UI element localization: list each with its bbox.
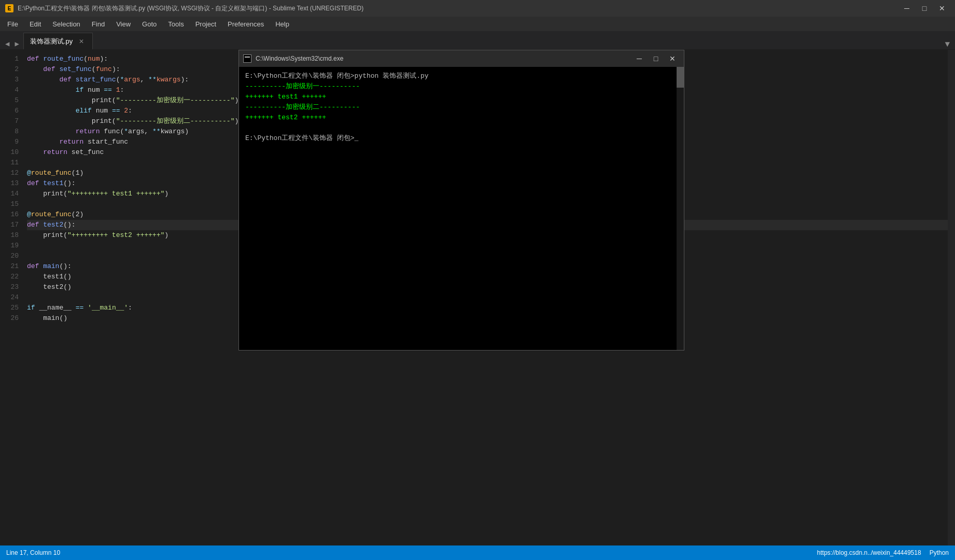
line-num-22: 22 — [0, 272, 19, 282]
cmd-titlebar: C:\Windows\System32\cmd.exe ─ □ ✕ — [239, 50, 684, 67]
menu-file[interactable]: File — [2, 18, 23, 30]
cmd-scrollbar-thumb — [677, 67, 684, 88]
title-controls: ─ □ ✕ — [899, 3, 950, 13]
menu-project[interactable]: Project — [190, 18, 221, 30]
line-num-7: 7 — [0, 116, 19, 127]
line-num-23: 23 — [0, 282, 19, 292]
line-num-16: 16 — [0, 209, 19, 220]
cmd-content: E:\Python工程文件\装饰器 闭包>python 装饰器测试.py ---… — [239, 67, 684, 350]
status-left: Line 17, Column 10 — [6, 549, 60, 556]
line-num-11: 11 — [0, 158, 19, 168]
cmd-close-button[interactable]: ✕ — [665, 53, 680, 64]
menu-view[interactable]: View — [111, 18, 136, 30]
title-bar-left: E E:\Python工程文件\装饰器 闭包\装饰器测试.py (WSGl协议,… — [5, 4, 363, 13]
line-num-25: 25 — [0, 303, 19, 313]
cmd-line-2: ----------加密级别一---------- — [245, 81, 678, 92]
maximize-button[interactable]: □ — [917, 3, 932, 13]
status-url: https://blog.csdn.n../weixin_44449518 — [817, 549, 921, 556]
line-num-2: 2 — [0, 64, 19, 75]
cmd-line-5: +++++++ test2 ++++++ — [245, 113, 678, 123]
title-bar: E E:\Python工程文件\装饰器 闭包\装饰器测试.py (WSGl协议,… — [0, 0, 955, 17]
status-bar: Line 17, Column 10 https://blog.csdn.n..… — [0, 545, 955, 560]
menu-selection[interactable]: Selection — [47, 18, 85, 30]
status-language: Python — [930, 549, 949, 556]
line-numbers: 1 2 3 4 5 6 7 8 9 10 11 12 13 14 15 16 1… — [0, 50, 23, 545]
editor-scrollbar[interactable] — [948, 50, 955, 545]
line-num-12: 12 — [0, 168, 19, 178]
cmd-line-1: E:\Python工程文件\装饰器 闭包>python 装饰器测试.py — [245, 71, 678, 81]
window-title: E:\Python工程文件\装饰器 闭包\装饰器测试.py (WSGl协议, W… — [18, 4, 363, 13]
tab-decorator-test[interactable]: 装饰器测试.py ✕ — [23, 33, 93, 49]
tab-dropdown-arrow[interactable]: ▼ — [940, 40, 954, 49]
tab-nav-forward[interactable]: ▶ — [12, 38, 21, 49]
cmd-maximize-button[interactable]: □ — [649, 53, 663, 64]
line-num-6: 6 — [0, 106, 19, 116]
menu-goto[interactable]: Goto — [137, 18, 162, 30]
line-num-5: 5 — [0, 95, 19, 106]
close-button[interactable]: ✕ — [934, 3, 950, 13]
line-num-18: 18 — [0, 230, 19, 241]
line-num-13: 13 — [0, 178, 19, 189]
line-num-14: 14 — [0, 189, 19, 199]
line-num-8: 8 — [0, 127, 19, 137]
app-icon: E — [5, 4, 13, 12]
menu-edit[interactable]: Edit — [24, 18, 46, 30]
menu-preferences[interactable]: Preferences — [222, 18, 269, 30]
menu-find[interactable]: Find — [87, 18, 110, 30]
minimize-button[interactable]: ─ — [899, 3, 915, 13]
cmd-title-text: C:\Windows\System32\cmd.exe — [256, 55, 628, 62]
line-num-1: 1 — [0, 54, 19, 64]
menu-tools[interactable]: Tools — [163, 18, 189, 30]
line-num-19: 19 — [0, 241, 19, 251]
tab-bar: ◀ ▶ 装饰器测试.py ✕ ▼ — [0, 31, 955, 50]
cmd-scrollbar[interactable] — [677, 67, 684, 350]
line-num-9: 9 — [0, 137, 19, 147]
tab-nav-buttons: ◀ ▶ — [1, 38, 23, 49]
cmd-line-6 — [245, 123, 678, 133]
line-num-20: 20 — [0, 251, 19, 261]
line-num-17: 17 — [0, 220, 19, 230]
line-num-24: 24 — [0, 292, 19, 303]
cmd-line-7: E:\Python工程文件\装饰器 闭包>_ — [245, 133, 678, 144]
line-num-26: 26 — [0, 313, 19, 324]
status-right: https://blog.csdn.n../weixin_44449518 Py… — [817, 549, 949, 556]
menu-bar: File Edit Selection Find View Goto Tools… — [0, 17, 955, 31]
menu-help[interactable]: Help — [270, 18, 294, 30]
cmd-line-3: +++++++ test1 ++++++ — [245, 92, 678, 102]
line-num-3: 3 — [0, 75, 19, 85]
status-position: Line 17, Column 10 — [6, 549, 60, 556]
line-num-15: 15 — [0, 199, 19, 209]
line-num-4: 4 — [0, 85, 19, 95]
line-num-21: 21 — [0, 261, 19, 272]
cmd-window: C:\Windows\System32\cmd.exe ─ □ ✕ E:\Pyt… — [238, 50, 684, 351]
tab-nav-back[interactable]: ◀ — [3, 38, 11, 49]
tab-label: 装饰器测试.py — [30, 37, 73, 46]
line-num-10: 10 — [0, 147, 19, 158]
cmd-minimize-button[interactable]: ─ — [632, 53, 647, 64]
tab-close-button[interactable]: ✕ — [77, 37, 86, 46]
cmd-line-4: ----------加密级别二---------- — [245, 102, 678, 113]
cmd-icon — [243, 54, 251, 63]
cmd-controls: ─ □ ✕ — [632, 53, 680, 64]
